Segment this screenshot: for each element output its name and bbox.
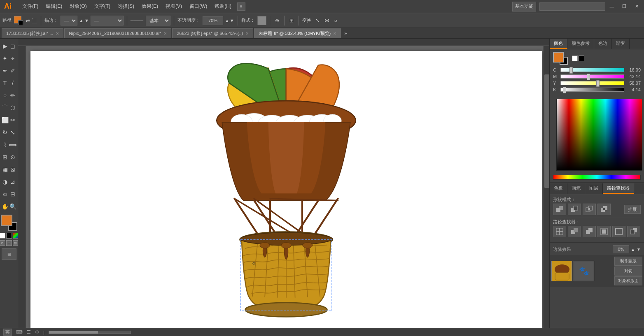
border-percent-input[interactable] (613, 245, 629, 253)
tab-4[interactable]: 未标题-8* @ 332.43% (CMYK/预览) ✕ (254, 28, 341, 38)
transform-icon[interactable]: ⤡ (314, 17, 321, 24)
pencil-tool[interactable]: ✏ (9, 90, 16, 101)
expand-button[interactable]: 扩展 (624, 205, 641, 214)
swatches-tab[interactable]: 色板 (550, 183, 567, 194)
black-swatch[interactable] (579, 56, 584, 61)
layer-icon-3[interactable]: ⊡ (13, 240, 19, 246)
blob-brush-tool[interactable]: ⬡ (9, 102, 16, 114)
outline-button[interactable] (612, 226, 625, 237)
dog-mascot-icon[interactable]: 🐾 (574, 261, 594, 281)
menu-select[interactable]: 选择(S) (114, 1, 138, 12)
scissors-tool[interactable]: ✂ (9, 114, 16, 126)
minus-front-button[interactable] (568, 204, 581, 215)
symbol-spray-tool[interactable]: ⊙ (9, 151, 16, 163)
make-mask-button[interactable]: 制作蒙版 (614, 257, 642, 266)
scale-tool[interactable]: ⤡ (9, 127, 16, 138)
shape-tool[interactable]: ○ (1, 90, 9, 101)
artboard-navigation[interactable]: ⊟ (2, 248, 16, 260)
intersect-button[interactable] (583, 204, 596, 215)
mesh-tool[interactable]: ⊠ (9, 164, 16, 175)
color-tab[interactable]: 颜色 (550, 39, 567, 49)
gradient-tab[interactable]: 渐变 (612, 39, 630, 49)
k-thumb[interactable] (563, 87, 566, 93)
brush-tool[interactable]: ⌒ (1, 102, 9, 114)
crop-button[interactable] (597, 226, 611, 237)
pen-tool[interactable]: ✒ (1, 65, 9, 76)
layers-tab[interactable]: 图层 (585, 183, 603, 194)
tabs-more-button[interactable]: » (342, 30, 350, 36)
default-colors-icon[interactable]: ⬛ (31, 18, 37, 23)
menu-view[interactable]: 视图(V) (162, 1, 185, 12)
tab-2[interactable]: Nipic_29842067_20190903182608301000.ai* … (64, 28, 171, 38)
border-down-icon[interactable]: ▼ (637, 247, 641, 252)
stroke-style-select[interactable]: — (91, 16, 124, 25)
align-icon[interactable]: ⊞ (288, 17, 295, 24)
width-tool[interactable]: ⟺ (9, 139, 16, 151)
stroke-down-icon[interactable]: ▼ (84, 18, 89, 23)
ime-icon[interactable]: ☰ (27, 329, 31, 335)
exclude-button[interactable] (597, 204, 611, 215)
menu-help[interactable]: 帮助(H) (211, 1, 235, 12)
y-thumb[interactable] (596, 80, 600, 87)
opacity-input[interactable] (203, 16, 223, 25)
hue-slider[interactable] (553, 175, 641, 180)
m-thumb[interactable] (587, 74, 590, 80)
opacity-up-icon[interactable]: ▲ (225, 18, 229, 23)
vertical-scrollbar[interactable] (544, 46, 549, 330)
tab-3[interactable]: 26623 [转换].eps* @ 665.43%(..) ✕ (172, 28, 253, 38)
free-transform-tool[interactable]: ⊞ (1, 151, 9, 163)
brushes-tab[interactable]: 画笔 (567, 183, 585, 194)
fill-color-swatch[interactable] (1, 215, 12, 226)
swap-colors-icon[interactable]: ⇌ (26, 17, 30, 24)
object-layout-button[interactable]: 对象和版面 (614, 276, 642, 285)
style-swatch[interactable] (257, 16, 266, 25)
minimize-button[interactable]: — (606, 2, 618, 11)
stroke-tab[interactable]: 色边 (594, 39, 612, 49)
menu-window[interactable]: 窗口(W) (186, 1, 210, 12)
direct-select-tool[interactable]: ◻ (9, 40, 16, 52)
k-slider[interactable] (560, 88, 624, 92)
thumbnail-preview[interactable] (551, 261, 572, 281)
keyboard-icon[interactable]: ⌨ (16, 329, 23, 335)
tab-2-close[interactable]: ✕ (163, 31, 167, 36)
recolor-icon[interactable]: ⊕ (273, 17, 281, 24)
tab-1[interactable]: 173331335 [转换].ai* ... ✕ (2, 28, 63, 38)
pathfinder-tab[interactable]: 路径查找器 (603, 183, 634, 194)
select-tool[interactable]: ▶ (1, 40, 9, 52)
eyedropper-tool[interactable]: ⊿ (9, 176, 16, 188)
rotate-tool[interactable]: ↻ (1, 127, 9, 138)
lasso-tool[interactable]: ⌖ (9, 53, 16, 64)
stroke-weight-select[interactable]: — (61, 16, 77, 25)
stroke-swatch-toolbar[interactable] (18, 20, 23, 25)
add-anchor-tool[interactable]: ✐ (9, 65, 16, 76)
y-slider[interactable] (560, 81, 624, 85)
tab-4-close[interactable]: ✕ (333, 31, 336, 36)
hand-tool[interactable]: ✋ (1, 201, 9, 212)
canvas-area[interactable] (18, 39, 549, 336)
menu-file[interactable]: 文件(F) (19, 1, 42, 12)
workspace-selector[interactable]: 基本功能 (512, 2, 536, 12)
c-thumb[interactable] (569, 67, 573, 74)
menu-object[interactable]: 对象(O) (66, 1, 90, 12)
color-spectrum[interactable] (556, 99, 642, 171)
line-tool[interactable]: / (9, 77, 16, 89)
layer-icon-2[interactable]: ☰ (6, 240, 12, 246)
tab-1-close[interactable]: ✕ (56, 31, 59, 36)
eraser-tool[interactable]: ⬜ (1, 114, 9, 126)
menu-type[interactable]: 文字(T) (91, 1, 114, 12)
settings-icon[interactable]: ⚙ (35, 329, 39, 335)
document-canvas[interactable] (30, 51, 542, 329)
m-slider[interactable] (560, 74, 624, 79)
border-up-icon[interactable]: ▲ (631, 247, 635, 252)
line-style-select[interactable]: 基本 (146, 16, 170, 25)
c-slider[interactable] (560, 68, 624, 72)
graph-tool[interactable]: ▦ (1, 164, 9, 175)
panel-fill-swatch[interactable] (553, 52, 564, 63)
black-icon[interactable] (6, 233, 12, 239)
search-input[interactable] (539, 2, 605, 11)
minus-back-button[interactable] (627, 226, 640, 237)
menu-effect[interactable]: 效果(E) (138, 1, 161, 12)
zoom-tool[interactable]: 🔍 (9, 201, 16, 212)
vertical-scroll-thumb[interactable] (544, 74, 549, 188)
layer-icon-1[interactable]: ⊙ (0, 240, 5, 246)
